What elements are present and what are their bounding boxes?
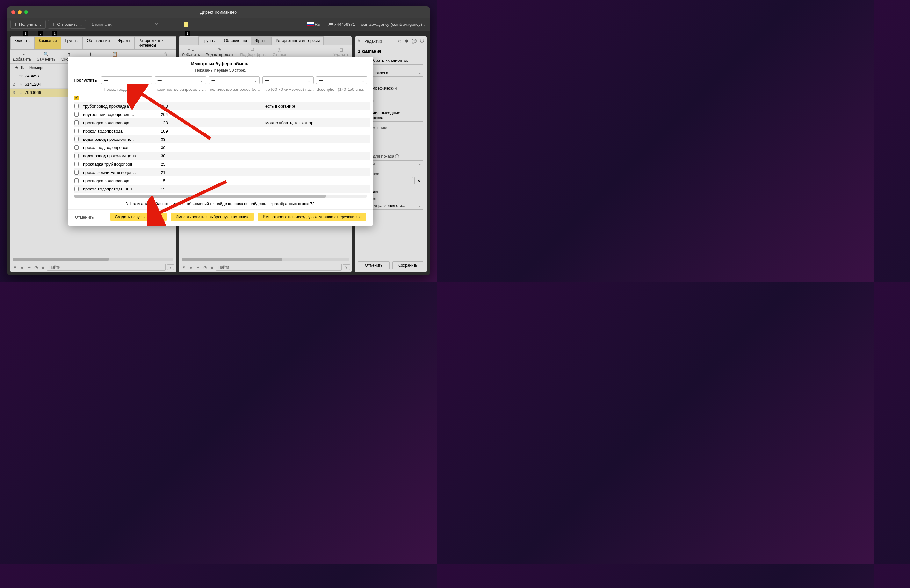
row-checkbox[interactable] [74, 178, 79, 183]
tab-ads[interactable]: Объявления [82, 36, 114, 49]
column-mapper-2[interactable]: — [155, 76, 206, 84]
mid-action-add[interactable]: ＋⌄Добавить [182, 47, 200, 57]
star2-icon[interactable]: ✦ [195, 265, 201, 270]
import-row[interactable]: прокол водопровода +в ч...15 [74, 185, 370, 193]
clear-bid-button[interactable]: ✕ [414, 177, 423, 184]
mid-action-bids[interactable]: ◎Ставки [272, 47, 288, 57]
sliders-icon[interactable]: ⚙ [398, 39, 402, 44]
clipboard-icon: 📋 [112, 52, 118, 57]
tab-groups[interactable]: Группы [61, 36, 83, 49]
mid-tab-ads[interactable]: Объявления [220, 36, 251, 45]
filter-icon[interactable]: ▼ [181, 265, 187, 270]
left-tabs: Клиенты Кампании Группы Объявления Фразы… [10, 36, 176, 50]
diamond-icon[interactable]: ◆ [40, 265, 46, 270]
star-filter-icon[interactable]: ★ [188, 265, 194, 270]
star-column-icon[interactable]: ★ [13, 65, 20, 70]
locale-switcher[interactable]: Ru [307, 22, 320, 27]
circle-icon[interactable]: ◔ [202, 265, 208, 270]
badge-2: 1 [37, 31, 43, 36]
action-add[interactable]: ＋⌄Добавить [13, 52, 31, 61]
info-icon[interactable]: ⓘ [420, 38, 424, 44]
right-buttons: Отменить Сохранить [355, 258, 427, 272]
mid-action-edit[interactable]: ✎Редактировать [205, 47, 234, 57]
create-new-campaign-button[interactable]: Создать новую кампанию [110, 213, 166, 221]
mid-action-pick[interactable]: ⇄Подбор фраз [240, 47, 265, 57]
mid-tabs: Группы Объявления Фразы Ретаргетинг и ин… [179, 36, 352, 45]
help-icon[interactable]: ? [343, 264, 350, 270]
import-row[interactable]: прокол под водопровод30 [74, 143, 370, 152]
import-row[interactable]: водопровод проколом цена30 [74, 152, 370, 160]
row-checkbox[interactable] [74, 129, 79, 133]
diamond-icon[interactable]: ◆ [209, 265, 215, 270]
maximize-window-button[interactable] [24, 10, 28, 14]
row-checkbox[interactable] [74, 104, 79, 108]
pencil-icon: ✎ [218, 47, 222, 52]
import-row[interactable]: водопровод проколом но...33 [74, 135, 370, 143]
skip-label: Пропустить [74, 78, 99, 82]
row-checkbox[interactable] [74, 153, 79, 158]
import-row[interactable]: прокладка труб водопров...25 [74, 160, 370, 168]
header-skip-row[interactable] [74, 94, 370, 102]
right-save-button[interactable]: Сохранить [392, 261, 424, 270]
filter-icon[interactable]: ▼ [12, 265, 18, 270]
import-row[interactable]: прокладка водопровода ...15 [74, 176, 370, 185]
row-checkbox[interactable] [74, 187, 79, 191]
left-search-input[interactable] [47, 264, 166, 271]
import-row[interactable]: внутренний водопровод ...204 [74, 110, 370, 118]
help-icon[interactable]: ? [167, 264, 174, 270]
import-modal: Импорт из буфера обмена Показаны первые … [68, 57, 373, 226]
column-mapper-5[interactable]: — [316, 76, 367, 84]
column-mapper-3[interactable]: — [209, 76, 260, 84]
mid-tab-retargeting[interactable]: Ретаргетинг и интересы [272, 36, 324, 45]
tab-retargeting[interactable]: Ретаргетинг и интересы [134, 36, 176, 49]
row-checkbox[interactable] [74, 170, 79, 174]
tab-campaigns[interactable]: Кампании [34, 36, 61, 49]
modal-hscroll[interactable] [74, 195, 367, 198]
mid-action-delete[interactable]: 🗑Удалить [333, 47, 349, 57]
row-checkbox[interactable] [74, 112, 79, 116]
row-checkbox[interactable] [74, 162, 79, 166]
close-window-button[interactable] [11, 10, 15, 14]
left-hscroll[interactable] [13, 258, 173, 261]
sort-column-icon[interactable]: ⇅ [20, 65, 29, 70]
right-cancel-button[interactable]: Отменить [358, 261, 390, 270]
gear-icon[interactable]: ✱ [405, 39, 409, 44]
battery-icon [328, 23, 335, 26]
badge-3: 1 [52, 31, 57, 36]
circle-icon[interactable]: ◔ [33, 265, 39, 270]
account-balance[interactable]: 44456371 [328, 22, 355, 27]
close-campaign-icon[interactable]: ✕ [155, 22, 158, 27]
modal-cancel-button[interactable]: Отменить [74, 213, 95, 221]
mid-hscroll[interactable] [182, 258, 349, 261]
star2-icon[interactable]: ✦ [26, 265, 32, 270]
tab-phrases[interactable]: Фразы [114, 36, 134, 49]
mid-tab-groups[interactable]: Группы [198, 36, 220, 45]
row-checkbox[interactable] [74, 145, 79, 150]
column-mapper-4[interactable]: — [262, 76, 314, 84]
import-row[interactable]: прокладка водопровода128можно убрать, та… [74, 118, 370, 127]
row-checkbox[interactable] [74, 120, 79, 125]
row-checkbox[interactable] [74, 137, 79, 141]
import-to-selected-button[interactable]: Импортировать в выбранную кампанию [171, 213, 254, 221]
trash-icon: 🗑 [163, 52, 168, 57]
modal-column-headers: Прокол водопровода количество запросов с… [68, 86, 373, 94]
tab-clients[interactable]: Клиенты [10, 36, 34, 49]
user-dropdown[interactable]: osintsevagency (osintsevagency) ⌄ [361, 22, 427, 27]
note-icon[interactable] [184, 22, 188, 27]
minimize-window-button[interactable] [18, 10, 22, 14]
action-replace[interactable]: 🔍Заменить [37, 52, 55, 61]
import-row[interactable]: трубопровод прокладка233есть в органике [74, 102, 370, 110]
skip-header-checkbox[interactable] [74, 95, 79, 100]
column-mapper-1[interactable]: — [101, 76, 152, 84]
star-filter-icon[interactable]: ★ [19, 265, 25, 270]
chat-icon[interactable]: 💬 [412, 39, 417, 44]
import-row[interactable]: прокол земли +для водоп...21 [74, 168, 370, 176]
flag-ru-icon [307, 22, 314, 26]
pencil-icon[interactable]: ✎ [357, 39, 361, 44]
import-to-source-button[interactable]: Импортировать в исходную кампанию с пере… [258, 213, 366, 221]
get-button[interactable]: ⭳ Получить ⌄ [10, 20, 45, 29]
mid-search-input[interactable] [216, 264, 341, 271]
mid-tab-phrases[interactable]: Фразы [251, 36, 272, 45]
import-row[interactable]: прокол водопровода109 [74, 127, 370, 135]
send-button[interactable]: ⭱ Отправить ⌄ [48, 20, 86, 29]
